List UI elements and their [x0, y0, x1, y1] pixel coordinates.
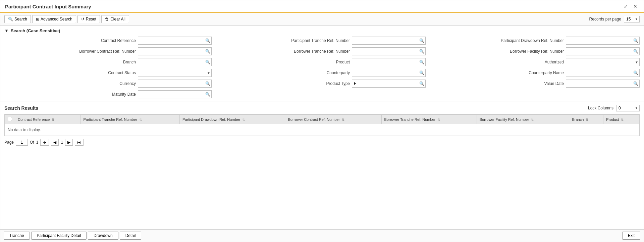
borrower-tranche-ref-input[interactable] [352, 47, 426, 55]
authorized-select[interactable]: Y N [566, 58, 640, 66]
participant-facility-detail-button[interactable]: Participant Facility Detail [31, 232, 87, 240]
participant-tranche-ref-input[interactable] [352, 37, 426, 45]
product-search-icon[interactable]: 🔍 [419, 60, 424, 64]
value-date-search-icon[interactable]: 🔍 [633, 81, 638, 86]
results-table: Contract Reference ⇅ Participant Tranche… [5, 114, 639, 136]
branch-input[interactable] [138, 58, 212, 66]
close-button[interactable]: ✕ [632, 3, 639, 10]
counterparty-search-icon[interactable]: 🔍 [419, 70, 424, 75]
lock-columns-select[interactable]: 0 1 2 3 [616, 105, 640, 111]
records-per-page-select[interactable]: 15 25 50 100 [624, 16, 640, 22]
tranche-button[interactable]: Tranche [4, 232, 30, 240]
clear-icon: 🗑 [105, 17, 109, 21]
clear-all-button[interactable]: 🗑 Clear All [101, 15, 129, 23]
of-label: Of [30, 140, 34, 145]
borrower-facility-ref-input[interactable] [566, 47, 640, 55]
detail-button[interactable]: Detail [120, 232, 142, 240]
borrower-contract-ref-input[interactable] [138, 47, 212, 55]
currency-input[interactable] [138, 80, 212, 88]
drawdown-button[interactable]: Drawdown [88, 232, 118, 240]
participant-tranche-ref-search-icon[interactable]: 🔍 [419, 38, 424, 43]
borrower-contract-ref-label: Borrower Contract Ref. Number [79, 49, 136, 54]
maturity-date-input[interactable] [138, 90, 212, 98]
borrower-tranche-ref-label: Borrower Tranche Ref. Number [294, 49, 350, 54]
product-type-label: Product Type [300, 81, 350, 86]
product-input[interactable] [352, 58, 426, 66]
borrower-facility-ref-search-icon[interactable]: 🔍 [633, 49, 638, 54]
participant-tranche-ref-label: Participant Tranche Ref. Number [291, 38, 350, 43]
contract-status-select[interactable] [138, 69, 212, 77]
search-button-label: Search [14, 17, 27, 21]
first-page-button[interactable]: ⏮ [40, 139, 49, 146]
page-label: Page [4, 140, 14, 145]
prev-page-button[interactable]: ◀ [51, 139, 59, 146]
next-page-button[interactable]: ▶ [65, 139, 73, 146]
sort-branch-icon: ⇅ [586, 118, 588, 122]
records-per-page-label: Records per page [589, 17, 621, 21]
col-product[interactable]: Product ⇅ [603, 115, 639, 124]
maximize-button[interactable]: ⤢ [622, 3, 630, 10]
last-page-button[interactable]: ⏭ [75, 139, 84, 146]
page-title: Participant Contract Input Summary [5, 4, 91, 9]
counterparty-input[interactable] [352, 69, 426, 77]
sort-borrower-facility-icon: ⇅ [531, 118, 534, 122]
col-participant-drawdown-ref[interactable]: Participant Drawdown Ref. Number ⇅ [180, 115, 285, 124]
chevron-down-icon: ▼ [4, 28, 9, 33]
total-pages: 1 [36, 140, 39, 145]
authorized-label: Authorized [514, 60, 564, 64]
counterparty-name-input[interactable] [566, 69, 640, 77]
branch-search-icon[interactable]: 🔍 [205, 60, 210, 64]
pagination: Page Of 1 ⏮ ◀ 1 ▶ ⏭ [4, 136, 640, 148]
borrower-facility-ref-label: Borrower Facility Ref. Number [510, 49, 564, 54]
reset-icon: ↺ [81, 17, 85, 21]
search-icon: 🔍 [8, 17, 13, 21]
col-borrower-tranche-ref[interactable]: Borrower Tranche Ref. Number ⇅ [381, 115, 477, 124]
participant-drawdown-ref-search-icon[interactable]: 🔍 [633, 38, 638, 43]
advanced-search-icon: ⊞ [36, 17, 39, 21]
counterparty-name-label: Counterparty Name [514, 70, 564, 75]
borrower-contract-ref-search-icon[interactable]: 🔍 [205, 49, 210, 54]
product-label: Product [300, 60, 350, 64]
col-branch[interactable]: Branch ⇅ [569, 115, 603, 124]
product-type-search-icon[interactable]: 🔍 [419, 81, 424, 86]
reset-label: Reset [86, 17, 96, 21]
col-participant-tranche-ref[interactable]: Participant Tranche Ref. Number ⇅ [80, 115, 180, 124]
contract-reference-search-icon[interactable]: 🔍 [205, 38, 210, 43]
sort-participant-drawdown-icon: ⇅ [242, 118, 245, 122]
sort-contract-reference-icon: ⇅ [52, 118, 54, 122]
select-all-checkbox[interactable] [8, 117, 12, 121]
search-button[interactable]: 🔍 Search [4, 15, 31, 23]
results-title: Search Results [4, 105, 38, 111]
product-type-input[interactable] [352, 80, 426, 88]
value-date-input[interactable] [566, 80, 640, 88]
sort-product-icon: ⇅ [621, 118, 624, 122]
sort-participant-tranche-icon: ⇅ [139, 118, 142, 122]
contract-status-label: Contract Status [86, 70, 136, 75]
contract-reference-input[interactable] [138, 37, 212, 45]
currency-search-icon[interactable]: 🔍 [205, 81, 210, 86]
no-data-text: No data to display. [5, 124, 639, 136]
bottom-buttons: Tranche Participant Facility Detail Draw… [4, 232, 141, 240]
maturity-date-label: Maturity Date [86, 92, 136, 97]
lock-columns-label: Lock Columns [588, 106, 613, 110]
results-table-container: Contract Reference ⇅ Participant Tranche… [4, 114, 640, 136]
search-section-toggle[interactable]: ▼ Search (Case Sensitive) [4, 28, 640, 33]
borrower-tranche-ref-search-icon[interactable]: 🔍 [419, 49, 424, 54]
col-borrower-facility-ref[interactable]: Borrower Facility Ref. Number ⇅ [477, 115, 569, 124]
participant-drawdown-ref-input[interactable] [566, 37, 640, 45]
sort-borrower-contract-icon: ⇅ [342, 118, 344, 122]
col-borrower-contract-ref[interactable]: Borrower Contract Ref. Number ⇅ [285, 115, 381, 124]
counterparty-label: Counterparty [300, 70, 350, 75]
bottom-bar: Tranche Participant Facility Detail Draw… [0, 229, 644, 242]
reset-button[interactable]: ↺ Reset [77, 15, 100, 23]
currency-label: Currency [86, 81, 136, 86]
maturity-date-search-icon[interactable]: 🔍 [205, 92, 210, 97]
col-contract-reference[interactable]: Contract Reference ⇅ [15, 115, 80, 124]
exit-button[interactable]: Exit [622, 232, 640, 240]
counterparty-name-search-icon[interactable]: 🔍 [633, 70, 638, 75]
advanced-search-label: Advanced Search [41, 17, 72, 21]
page-number-input[interactable] [16, 139, 28, 146]
advanced-search-button[interactable]: ⊞ Advanced Search [32, 15, 76, 23]
clear-all-label: Clear All [110, 17, 125, 21]
sort-borrower-tranche-icon: ⇅ [437, 118, 440, 122]
